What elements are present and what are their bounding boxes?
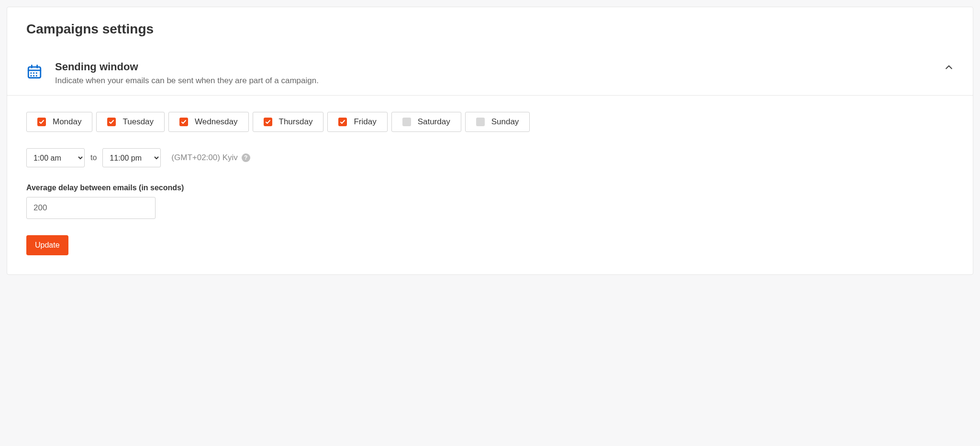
- svg-rect-7: [31, 75, 32, 76]
- timezone-label: (GMT+02:00) Kyiv ?: [171, 153, 250, 163]
- time-row: 1:00 am to 11:00 pm (GMT+02:00) Kyiv ?: [26, 148, 954, 167]
- checkbox-icon: [264, 118, 272, 126]
- delay-input[interactable]: [26, 197, 156, 219]
- days-row: MondayTuesdayWednesdayThursdayFridaySatu…: [26, 112, 954, 132]
- svg-rect-5: [33, 72, 34, 74]
- calendar-icon: [26, 64, 43, 82]
- chevron-up-icon[interactable]: [944, 63, 954, 74]
- settings-card: Campaigns settings Sending window Indica…: [7, 7, 973, 275]
- svg-rect-6: [36, 72, 37, 74]
- delay-label: Average delay between emails (in seconds…: [26, 184, 954, 192]
- checkbox-icon: [37, 118, 46, 126]
- section-subtitle: Indicate when your emails can be sent wh…: [55, 76, 935, 86]
- day-label: Thursday: [279, 117, 313, 127]
- day-chip-sunday[interactable]: Sunday: [465, 112, 530, 132]
- section-title: Sending window: [55, 61, 935, 73]
- section-body: MondayTuesdayWednesdayThursdayFridaySatu…: [7, 96, 973, 274]
- help-icon[interactable]: ?: [242, 153, 250, 162]
- day-label: Saturday: [418, 117, 450, 127]
- day-label: Sunday: [491, 117, 519, 127]
- day-label: Friday: [354, 117, 376, 127]
- checkbox-icon: [476, 118, 485, 126]
- day-label: Monday: [53, 117, 81, 127]
- day-chip-tuesday[interactable]: Tuesday: [96, 112, 165, 132]
- card-header: Campaigns settings: [7, 7, 973, 51]
- svg-rect-4: [31, 72, 32, 74]
- delay-group: Average delay between emails (in seconds…: [26, 184, 954, 219]
- day-chip-saturday[interactable]: Saturday: [391, 112, 461, 132]
- timezone-text: (GMT+02:00) Kyiv: [171, 153, 237, 163]
- time-from-select[interactable]: 1:00 am: [26, 148, 85, 167]
- sending-window-header[interactable]: Sending window Indicate when your emails…: [7, 51, 973, 96]
- checkbox-icon: [107, 118, 116, 126]
- day-label: Tuesday: [122, 117, 154, 127]
- svg-rect-8: [33, 75, 34, 76]
- to-label: to: [90, 153, 97, 162]
- checkbox-icon: [338, 118, 347, 126]
- update-button[interactable]: Update: [26, 235, 68, 255]
- svg-rect-9: [36, 75, 37, 76]
- day-chip-thursday[interactable]: Thursday: [253, 112, 324, 132]
- page-title: Campaigns settings: [26, 22, 954, 37]
- day-chip-wednesday[interactable]: Wednesday: [168, 112, 248, 132]
- time-to-select[interactable]: 11:00 pm: [102, 148, 161, 167]
- section-titles: Sending window Indicate when your emails…: [55, 61, 935, 86]
- day-label: Wednesday: [195, 117, 237, 127]
- checkbox-icon: [402, 118, 411, 126]
- day-chip-friday[interactable]: Friday: [327, 112, 387, 132]
- checkbox-icon: [179, 118, 188, 126]
- day-chip-monday[interactable]: Monday: [26, 112, 92, 132]
